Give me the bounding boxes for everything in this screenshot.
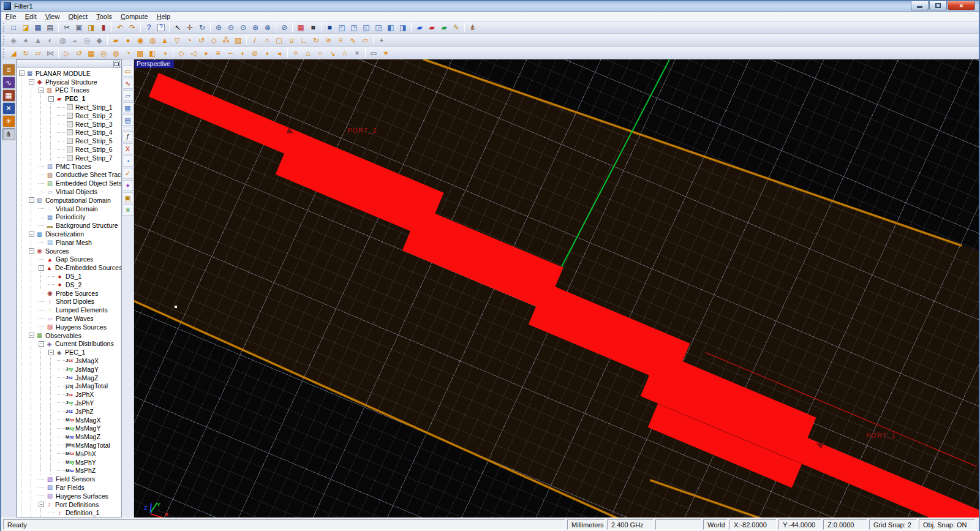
tree-item[interactable]: ▥Embedded Object Sets: [18, 179, 121, 187]
scale-object-button[interactable]: ◢: [7, 48, 20, 59]
zoom-extents-button[interactable]: ⊗: [262, 22, 274, 33]
tree-item[interactable]: −◈PEC_1: [18, 348, 121, 356]
function-editor-button[interactable]: ƒ: [123, 131, 134, 142]
draw-line-button[interactable]: /: [249, 35, 261, 46]
view-front-button[interactable]: ◰: [336, 22, 348, 33]
tree-item[interactable]: −▦PLANAR MODULE: [18, 69, 121, 78]
tree-item[interactable]: Rect_Strip_4: [18, 129, 121, 137]
solid-hemisphere-button[interactable]: ◐: [44, 35, 56, 46]
tree-item[interactable]: ↑Lumped Elements: [18, 306, 121, 314]
toolbar-grip[interactable]: [3, 48, 6, 58]
draw-balloon-button[interactable]: ◉: [134, 35, 146, 46]
view-3d-button[interactable]: ■: [323, 22, 336, 33]
tree-item[interactable]: JsxJsPhX: [18, 390, 121, 399]
tree-item[interactable]: Rect_Strip_7: [18, 154, 121, 162]
tree-expander[interactable]: −: [39, 502, 44, 507]
tree-item[interactable]: −▦Discretization: [18, 230, 121, 238]
tree-item[interactable]: MsxMsMagX: [18, 416, 121, 424]
add-point-button[interactable]: +: [375, 35, 388, 46]
boolean-subtract-button[interactable]: ◍: [110, 48, 122, 59]
tree-item[interactable]: ▥Conductive Sheet Traces: [18, 171, 121, 179]
tree-expander[interactable]: −: [29, 248, 34, 254]
tree-item[interactable]: Rect_Strip_6: [18, 145, 121, 154]
tree-item[interactable]: −◈Current Distributions: [18, 340, 121, 348]
undo-button[interactable]: ↶: [114, 22, 126, 33]
draw-cluster-button[interactable]: ⁂: [220, 35, 232, 46]
tree-item[interactable]: ▨Field Sensors: [18, 475, 121, 483]
star-polygon-button[interactable]: ☆: [339, 48, 351, 59]
tilted-cylinder-button[interactable]: ⊘: [249, 48, 261, 59]
chamfer-button[interactable]: ◂: [273, 48, 285, 59]
context-help-button[interactable]: ?: [155, 22, 167, 33]
new-document-button[interactable]: □: [7, 22, 20, 33]
draw-circle-outline-button[interactable]: ○: [261, 35, 273, 46]
view-back-button[interactable]: ◳: [348, 22, 360, 33]
open-folder-button[interactable]: ◪: [20, 22, 32, 33]
measure-ruler-button[interactable]: ▭: [123, 66, 134, 77]
save-button[interactable]: ▦: [32, 22, 44, 33]
solid-diamond-button[interactable]: ◆: [93, 35, 105, 46]
zoom-in-button[interactable]: ⊕: [213, 22, 225, 33]
module-layout-button[interactable]: ▦: [2, 89, 15, 102]
zoom-out-button[interactable]: ⊖: [225, 22, 237, 33]
menu-object[interactable]: Object: [64, 12, 92, 21]
solid-cone-button[interactable]: ▲: [32, 35, 44, 46]
close-button[interactable]: ×: [948, 1, 975, 10]
half-cylinder-button[interactable]: ◑: [159, 48, 171, 59]
help-button[interactable]: ?: [143, 22, 155, 33]
tree-expander[interactable]: −: [29, 197, 34, 203]
menu-file[interactable]: File: [1, 12, 21, 21]
orbit-rotate-button[interactable]: ↻: [196, 22, 208, 33]
pec-strip-rect_strip_1[interactable]: [149, 73, 444, 216]
tree-item[interactable]: JsyJsPhY: [18, 399, 121, 407]
module-planar-button[interactable]: ⋔: [2, 128, 15, 140]
tree-item[interactable]: −▦Observables: [18, 331, 121, 340]
module-fullwave-button[interactable]: ✕: [2, 102, 15, 115]
select-pointer-button[interactable]: ↖: [172, 22, 184, 33]
menu-edit[interactable]: Edit: [21, 12, 41, 21]
panel-restore-button[interactable]: [113, 61, 120, 67]
tree-expander[interactable]: −: [19, 70, 24, 76]
draw-coil-button[interactable]: ≋: [322, 35, 334, 46]
draw-hatched-rect-button[interactable]: ▨: [232, 35, 244, 46]
arrow-se-button[interactable]: ↘: [326, 48, 339, 59]
tree-item[interactable]: −◉Sources: [18, 247, 121, 255]
export-excel-button[interactable]: X: [123, 143, 134, 154]
menu-compute[interactable]: Compute: [116, 12, 153, 21]
zoom-window-button[interactable]: ⊙: [237, 22, 249, 33]
curve-editor-button[interactable]: ∿: [123, 78, 134, 89]
cut-button[interactable]: ✂: [61, 22, 73, 33]
viewport-3d[interactable]: PORT_2PORT_1 Perspective XYZ: [134, 59, 979, 518]
mirror-button[interactable]: ▷: [61, 48, 73, 59]
blob-button[interactable]: ◖: [261, 48, 273, 59]
tree-item[interactable]: ▨Huygens Sources: [18, 323, 121, 331]
draw-rounded-rect-button[interactable]: ▢: [273, 35, 285, 46]
pattern-fill-button[interactable]: ▩: [134, 48, 146, 59]
toolbar-grip[interactable]: [3, 23, 6, 32]
solid-ellipsoid-button[interactable]: ◍: [56, 35, 69, 46]
tree-item[interactable]: ▱Virtual Objects: [18, 187, 121, 196]
tree-item[interactable]: ◉Probe Sources: [18, 289, 121, 298]
tree-item[interactable]: ▲Gap Sources: [18, 255, 121, 264]
tree-expander[interactable]: −: [39, 341, 44, 347]
solid-cube-button[interactable]: ◈: [7, 35, 20, 46]
module-optimizer-button[interactable]: ✳: [2, 115, 15, 127]
tree-item[interactable]: ▦Periodicity: [18, 213, 121, 222]
tree-item[interactable]: MsyMsPhY: [18, 458, 121, 467]
print-button[interactable]: ▤: [44, 22, 56, 33]
menu-tools[interactable]: Tools: [92, 12, 116, 21]
draw-zigzag-button[interactable]: ≡: [334, 35, 347, 46]
tree-item[interactable]: −◆Physical Structure: [18, 78, 121, 86]
draw-spiral2-button[interactable]: ↻: [310, 35, 322, 46]
solid-view-button[interactable]: ■: [307, 22, 319, 33]
tree-expander[interactable]: −: [29, 79, 34, 85]
crescent-button[interactable]: ◗: [236, 48, 249, 59]
tree-item[interactable]: ●DS_2: [18, 281, 121, 289]
draw-ellipse-button[interactable]: ◍: [146, 35, 159, 46]
tree-item[interactable]: ◌Virtual Domain: [18, 205, 121, 213]
view-right-button[interactable]: ◲: [372, 22, 385, 33]
gauge-sector-button[interactable]: ◕: [200, 48, 212, 59]
tree-expander[interactable]: −: [39, 88, 44, 93]
minimize-button[interactable]: [911, 1, 929, 10]
draw-spiral-button[interactable]: ↺: [195, 35, 208, 46]
